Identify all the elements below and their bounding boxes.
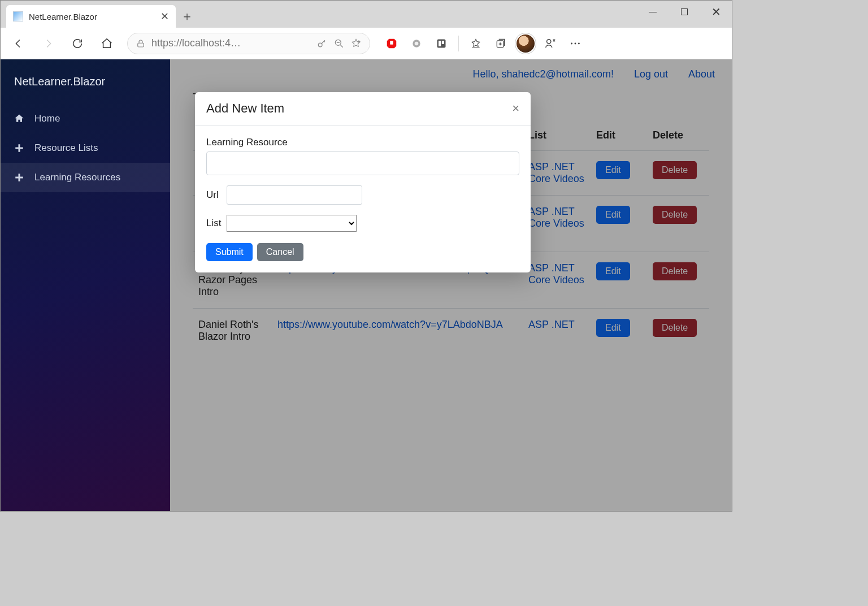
- ext-trello-icon[interactable]: [430, 31, 453, 56]
- sidebar-item-label: Home: [34, 113, 60, 124]
- svg-rect-16: [15, 148, 23, 149]
- sidebar-item-label: Resource Lists: [34, 142, 98, 154]
- more-menu-icon[interactable]: [564, 31, 587, 56]
- cancel-button[interactable]: Cancel: [257, 243, 303, 261]
- svg-rect-4: [390, 41, 393, 44]
- brand-text: NetLearner.Blazor: [1, 67, 170, 104]
- label-learning-resource: Learning Resource: [206, 137, 519, 148]
- svg-rect-0: [138, 43, 144, 47]
- tab-close-icon[interactable]: ✕: [160, 11, 169, 21]
- sidebar-item-resource-lists[interactable]: Resource Lists: [1, 133, 170, 163]
- modal-close-button[interactable]: ×: [512, 102, 519, 115]
- main-content: Hello, shahedc2@hotmail.com! Log out Abo…: [170, 59, 732, 511]
- key-icon[interactable]: [316, 38, 328, 49]
- svg-rect-7: [437, 39, 446, 47]
- new-tab-button[interactable]: ＋: [176, 5, 198, 28]
- svg-point-11: [547, 39, 551, 43]
- home-button[interactable]: [94, 31, 119, 56]
- browser-toolbar: https://localhost:4…: [1, 28, 732, 59]
- collections-icon[interactable]: [489, 31, 512, 56]
- favorites-list-icon[interactable]: [465, 31, 487, 56]
- tab-favicon: [13, 11, 23, 21]
- sidebar-item-label: Learning Resources: [34, 172, 120, 183]
- extension-icons: [380, 31, 587, 56]
- input-learning-resource[interactable]: [206, 152, 519, 175]
- sidebar-item-home[interactable]: Home: [1, 104, 170, 133]
- close-window-button[interactable]: ✕: [700, 1, 732, 23]
- plus-icon: [13, 143, 25, 153]
- window-controls: ✕: [637, 1, 732, 28]
- adblock-icon[interactable]: [380, 31, 403, 56]
- zoom-out-icon[interactable]: [333, 38, 345, 49]
- sidebar: NetLearner.Blazor Home Resource Lists Le…: [1, 59, 170, 511]
- back-button[interactable]: [6, 31, 31, 56]
- plus-icon: [13, 172, 25, 183]
- tab-title: NetLearner.Blazor: [29, 12, 155, 21]
- select-list[interactable]: [227, 215, 357, 232]
- svg-point-12: [571, 42, 572, 44]
- feedback-icon[interactable]: [539, 31, 562, 56]
- refresh-button[interactable]: [65, 31, 90, 56]
- ext-circle-icon[interactable]: [405, 31, 428, 56]
- home-icon: [13, 113, 25, 124]
- svg-rect-18: [15, 177, 23, 179]
- sidebar-item-learning-resources[interactable]: Learning Resources: [1, 163, 170, 192]
- svg-rect-8: [439, 41, 441, 46]
- svg-point-1: [318, 43, 322, 47]
- svg-point-6: [415, 41, 419, 45]
- modal-title: Add New Item: [206, 101, 284, 116]
- favorite-icon[interactable]: [350, 38, 362, 49]
- browser-window: NetLearner.Blazor ✕ ＋ ✕ https://localhos…: [0, 0, 732, 512]
- titlebar: NetLearner.Blazor ✕ ＋ ✕: [1, 1, 732, 28]
- svg-point-13: [575, 42, 576, 44]
- submit-button[interactable]: Submit: [206, 243, 253, 261]
- forward-button[interactable]: [36, 31, 60, 56]
- svg-point-14: [578, 42, 580, 44]
- maximize-button[interactable]: [669, 1, 700, 23]
- browser-tab[interactable]: NetLearner.Blazor ✕: [6, 5, 176, 28]
- address-bar[interactable]: https://localhost:4…: [127, 33, 370, 54]
- profile-avatar[interactable]: [514, 31, 537, 56]
- lock-icon: [136, 38, 146, 49]
- app-viewport: NetLearner.Blazor Home Resource Lists Le…: [1, 59, 732, 511]
- label-list: List: [206, 218, 221, 229]
- svg-rect-9: [442, 41, 444, 44]
- add-item-modal: Add New Item × Learning Resource Url: [195, 92, 531, 272]
- label-url: Url: [206, 189, 221, 201]
- input-url[interactable]: [227, 185, 362, 205]
- modal-backdrop[interactable]: Add New Item × Learning Resource Url: [170, 59, 732, 511]
- minimize-button[interactable]: [637, 1, 669, 23]
- url-text: https://localhost:4…: [151, 37, 311, 49]
